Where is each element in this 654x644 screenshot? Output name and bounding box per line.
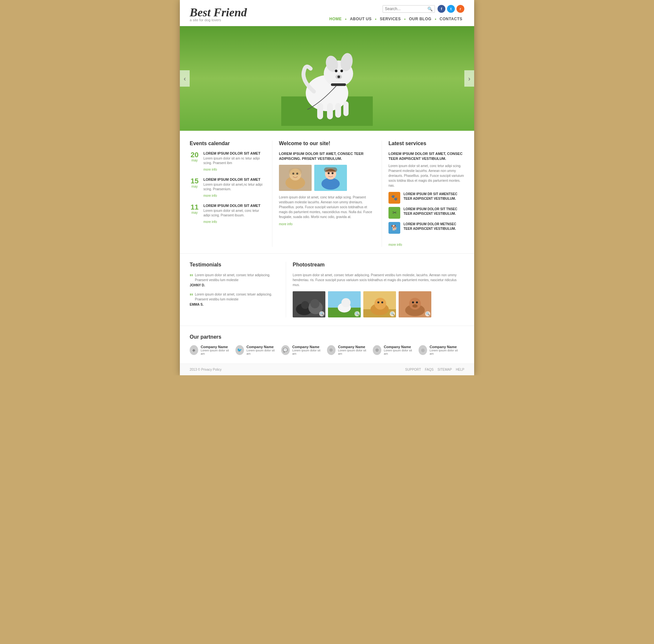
partners-section: Our partners ◆ Company Name Lorem ipsum … [180, 326, 474, 364]
svg-rect-9 [331, 83, 346, 86]
nav-services[interactable]: SERVICES [378, 15, 403, 23]
thumb-dog-grass [328, 291, 361, 317]
photo-thumb-1[interactable] [293, 291, 325, 317]
partner-desc: Lorem ipsum dolor sit am [292, 349, 320, 355]
svg-point-40 [381, 301, 383, 303]
partners-title: Our partners [190, 334, 464, 340]
header-right: 🔍 f t r HOME ● ABOUT US ● SERVICES ● OUR… [327, 5, 464, 23]
services-more-link[interactable]: more info [388, 243, 402, 247]
partner-text: Company Name Lorem ipsum dolor sit am [247, 345, 275, 355]
partner-item: 💬 Company Name Lorem ipsum dolor sit am [281, 345, 320, 355]
event-item: 20 may LOREM IPSUM DOLOR SIT AMET Lorem … [190, 151, 266, 171]
event-body: LOREM IPSUM DOLOR SIT AMET Lorem ipsum d… [203, 178, 266, 198]
slider-next-button[interactable]: › [464, 70, 474, 87]
partner-text: Company Name Lorem ipsum dolor sit am [430, 345, 458, 355]
svg-point-34 [341, 298, 351, 307]
main-nav: HOME ● ABOUT US ● SERVICES ● OUR BLOG ● … [327, 15, 464, 23]
service-text: LOREM IPSUM DOLOR SIT TNSEC TEER ADIPISC… [404, 207, 464, 216]
partner-icon-5: ✿ [373, 345, 381, 355]
event-more-link[interactable]: more info [203, 220, 217, 224]
footer-link-support[interactable]: SUPPORT [405, 368, 421, 371]
event-text: Lorem ipsum dolor sit amet,nc tetur adip… [203, 182, 266, 191]
partner-desc: Lorem ipsum dolor sit am [430, 349, 458, 355]
partner-item: ◎ Company Name Lorem ipsum dolor sit am [419, 345, 458, 355]
partner-name: Company Name [292, 345, 320, 349]
testimonial-item: " Lorem ipsum dolor sit amet, consec tet… [190, 273, 279, 287]
services-column: Latest services LOREM IPSUM DOLOR SIT AM… [382, 141, 464, 247]
services-title: Latest services [388, 141, 464, 146]
service-text: LOREM IPSUM DOLOR METNSEC TEER ADIPISCEN… [404, 222, 464, 231]
partner-icon-6: ◎ [419, 345, 427, 355]
welcome-title: Welcome to our site! [279, 141, 375, 146]
event-more-link[interactable]: more info [203, 194, 217, 198]
welcome-photos [279, 165, 375, 191]
svg-point-24 [332, 172, 334, 174]
slider-prev-button[interactable]: ‹ [180, 70, 190, 87]
svg-rect-11 [327, 103, 333, 119]
facebook-button[interactable]: f [437, 5, 445, 13]
svg-rect-19 [289, 168, 302, 175]
services-desc: Lorem ipsum dolor sit amet, conc tetur a… [388, 163, 464, 188]
event-item: 15 may LOREM IPSUM DOLOR SIT AMET Lorem … [190, 178, 266, 198]
testimonials-title: Testimonials [190, 262, 279, 268]
search-box[interactable]: 🔍 [383, 5, 435, 13]
event-day: 15 [190, 178, 200, 185]
photo-thumb-4[interactable] [399, 291, 431, 317]
footer-link-sitemap[interactable]: SITEMAP [437, 368, 452, 371]
twitter-button[interactable]: t [447, 5, 455, 13]
nav-dot: ● [404, 18, 406, 21]
service-text: LOREM IPSUM DR SIT AMENTSEC TEER ADIPISC… [404, 192, 464, 201]
photo-thumb-3[interactable] [363, 291, 396, 317]
svg-point-39 [377, 301, 379, 303]
event-title: LOREM IPSUM DOLOR SIT AMET [203, 178, 266, 181]
testimonial-item: " Lorem ipsum dolor sit amet, consec tet… [190, 292, 279, 306]
photostream-title: Photostream [293, 262, 464, 268]
welcome-photo-woman [314, 165, 347, 191]
welcome-photo-man [279, 165, 312, 191]
page-wrapper: Best Friend a site for dog lovers 🔍 f t … [180, 0, 474, 375]
partner-text: Company Name Lorem ipsum dolor sit am [384, 345, 412, 355]
partner-text: Company Name Lorem ipsum dolor sit am [292, 345, 320, 355]
svg-point-30 [310, 299, 319, 308]
partners-grid: ◆ Company Name Lorem ipsum dolor sit am … [190, 345, 464, 355]
svg-point-38 [375, 298, 386, 309]
event-title: LOREM IPSUM DOLOR SIT AMET [203, 204, 266, 208]
partner-name: Company Name [247, 345, 275, 349]
nav-about[interactable]: ABOUT US [348, 15, 374, 23]
svg-point-23 [328, 172, 330, 174]
rss-button[interactable]: r [456, 5, 464, 13]
welcome-more-link[interactable]: more info [279, 222, 293, 226]
partner-item: 🐦 Company Name Lorem ipsum dolor sit am [235, 345, 275, 355]
partner-name: Company Name [201, 345, 229, 349]
welcome-intro: LOREM IPSUM DOLOR SIT AMET, CONSEC TEER … [279, 151, 375, 161]
event-date: 20 may [190, 151, 200, 171]
footer-link-faqs[interactable]: FAQS [425, 368, 434, 371]
quote-icon: " [190, 274, 193, 281]
nav-contacts[interactable]: CONTACTS [437, 15, 464, 23]
photo-thumb-2[interactable] [328, 291, 361, 317]
footer-link-help[interactable]: HELP [456, 368, 464, 371]
partner-desc: Lorem ipsum dolor sit am [201, 349, 229, 355]
footer: 2013 © Privacy Policy SUPPORT FAQS SITEM… [180, 364, 474, 375]
quote-icon: " [190, 293, 193, 300]
thumb-brown-dog [399, 291, 431, 317]
svg-rect-13 [343, 101, 348, 116]
search-icon[interactable]: 🔍 [427, 6, 433, 12]
testimonial-author: JOHNY D. [190, 283, 279, 287]
partner-item: ✿ Company Name Lorem ipsum dolor sit am [373, 345, 412, 355]
event-date: 11 may [190, 204, 200, 224]
nav-blog[interactable]: OUR BLOG [407, 15, 434, 23]
testimonial-text: Lorem ipsum dolor sit amet, consec tetur… [190, 273, 279, 282]
event-item: 11 may LOREM IPSUM DOLOR SIT AMET Lorem … [190, 204, 266, 224]
testimonials-column: Testimonials " Lorem ipsum dolor sit ame… [190, 262, 286, 317]
event-month: may [190, 185, 200, 188]
events-column: Events calendar 20 may LOREM IPSUM DOLOR… [190, 141, 272, 247]
partner-icon-4: ⚙ [327, 345, 336, 355]
search-input[interactable] [385, 6, 427, 11]
svg-point-46 [412, 304, 418, 307]
nav-home[interactable]: HOME [327, 15, 344, 23]
testimonial-author: EMMA S. [190, 303, 279, 306]
partner-icon-2: 🐦 [235, 345, 244, 355]
event-more-link[interactable]: more info [203, 168, 217, 171]
nav-dot: ● [434, 18, 436, 21]
